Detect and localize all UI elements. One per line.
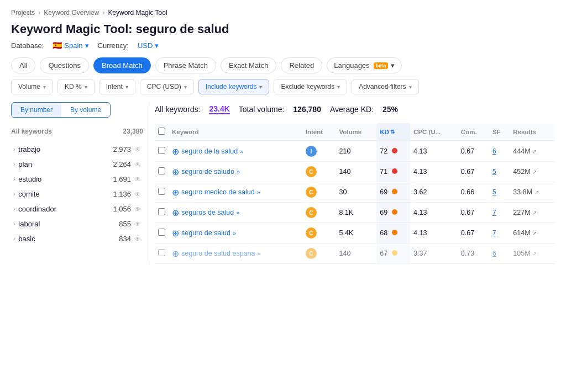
exclude-keywords-filter[interactable]: Exclude keywords ▾	[274, 79, 347, 94]
beta-badge: beta	[374, 62, 389, 69]
include-chevron-icon: ▾	[259, 84, 262, 90]
sidebar-item-estudio[interactable]: › estudio 1,691 👁	[11, 172, 143, 187]
keyword-link[interactable]: seguro de salud	[181, 229, 230, 237]
sidebar-item-comite[interactable]: › comite 1,136 👁	[11, 187, 143, 202]
td-kd: 67	[376, 243, 410, 264]
keyword-link[interactable]: seguro de saludo	[181, 168, 234, 176]
row-checkbox[interactable]	[158, 188, 165, 195]
ext-icon: ↗	[532, 251, 537, 257]
td-checkbox	[155, 182, 169, 203]
main-content: All keywords: 23.4K Total volume: 126,78…	[155, 102, 555, 264]
currency-chevron-icon: ▾	[155, 41, 159, 50]
eye-icon: 👁	[134, 176, 141, 183]
td-volume: 5.4K	[336, 223, 376, 243]
add-keyword-button[interactable]: ⊕	[172, 228, 179, 239]
row-checkbox[interactable]	[158, 167, 165, 174]
tab-exact-match[interactable]: Exact Match	[221, 57, 277, 73]
td-kd: 69	[376, 182, 410, 203]
chevron-right-icon: ›	[13, 206, 15, 212]
sidebar-item-label: estudio	[18, 175, 41, 183]
th-volume: Volume	[336, 123, 376, 141]
row-checkbox[interactable]	[158, 249, 165, 256]
sidebar-item-plan[interactable]: › plan 2,264 👁	[11, 157, 143, 172]
add-keyword-button[interactable]: ⊕	[172, 167, 179, 177]
td-volume: 30	[336, 182, 376, 203]
add-keyword-button[interactable]: ⊕	[172, 146, 179, 157]
ext-icon: ↗	[532, 169, 537, 175]
breadcrumb: Projects › Keyword Overview › Keyword Ma…	[11, 9, 555, 17]
by-volume-button[interactable]: By volume	[61, 103, 110, 117]
keyword-link[interactable]: seguro medico de salud	[181, 188, 255, 196]
th-checkbox	[155, 123, 169, 141]
volume-filter[interactable]: Volume ▾	[11, 79, 53, 94]
row-checkbox[interactable]	[158, 147, 165, 154]
languages-button[interactable]: Languages beta ▾	[327, 57, 402, 73]
cpc-filter-label: CPC (USD)	[147, 83, 181, 91]
intent-badge: C	[306, 248, 317, 259]
table-row: ⊕ seguros de salud » C 8.1K 69 4.13 0.	[155, 203, 555, 223]
breadcrumb-projects[interactable]: Projects	[11, 9, 35, 17]
sf-link[interactable]: 6	[492, 147, 496, 155]
sidebar-item-label: trabajo	[18, 145, 40, 153]
sidebar-item-trabajo[interactable]: › trabajo 2,973 👁	[11, 142, 143, 157]
keyword-link[interactable]: seguro de la salud	[181, 147, 238, 155]
tab-all[interactable]: All	[11, 57, 35, 73]
volume-filter-label: Volume	[18, 83, 40, 91]
td-com: 0.67	[458, 223, 489, 243]
sf-link[interactable]: 5	[492, 168, 496, 176]
exclude-keywords-label: Exclude keywords	[281, 83, 334, 91]
td-intent: C	[302, 223, 336, 243]
th-kd[interactable]: KD ⇅	[376, 123, 410, 141]
table-row: ⊕ seguro de saludo » C 140 71 4.13 0.6	[155, 162, 555, 182]
td-kd: 71	[376, 162, 410, 182]
row-checkbox[interactable]	[158, 208, 165, 215]
by-number-button[interactable]: By number	[12, 103, 61, 117]
add-keyword-button[interactable]: ⊕	[172, 248, 179, 259]
row-checkbox[interactable]	[158, 229, 165, 236]
sf-link[interactable]: 5	[492, 188, 496, 196]
include-keywords-label: Include keywords	[206, 83, 257, 91]
sf-link[interactable]: 7	[492, 209, 496, 216]
breadcrumb-keyword-overview[interactable]: Keyword Overview	[44, 9, 99, 17]
kd-filter[interactable]: KD % ▾	[57, 79, 95, 94]
tab-phrase-match[interactable]: Phrase Match	[155, 57, 216, 73]
sf-link[interactable]: 6	[492, 250, 496, 257]
currency-value: USD	[138, 41, 153, 50]
arrow-icon: »	[236, 209, 239, 216]
tab-broad-match[interactable]: Broad Match	[93, 57, 151, 73]
sidebar-item-basic[interactable]: › basic 834 👁	[11, 231, 143, 246]
td-volume: 210	[336, 141, 376, 162]
tab-related[interactable]: Related	[281, 57, 322, 73]
add-keyword-button[interactable]: ⊕	[172, 187, 179, 198]
advanced-filters[interactable]: Advanced filters ▾	[352, 79, 418, 94]
currency-selector[interactable]: USD ▾	[138, 41, 159, 50]
include-keywords-filter[interactable]: Include keywords ▾	[198, 79, 270, 94]
chevron-right-icon: ›	[13, 146, 15, 152]
intent-filter[interactable]: Intent ▾	[99, 79, 135, 94]
td-intent: C	[302, 182, 336, 203]
content-area: By number By volume All keywords 23,380 …	[11, 102, 555, 264]
ext-icon: ↗	[532, 210, 537, 216]
sidebar-item-count: 1,691	[113, 175, 131, 183]
kd-dot	[392, 250, 397, 256]
cpc-filter[interactable]: CPC (USD) ▾	[140, 79, 194, 94]
database-row: Database: 🇪🇸 Spain ▾ Currency: USD ▾	[11, 41, 555, 50]
eye-icon: 👁	[134, 146, 141, 153]
currency-label: Currency:	[98, 41, 129, 50]
exclude-chevron-icon: ▾	[337, 84, 340, 90]
keyword-link[interactable]: seguro de salud espana	[181, 250, 255, 257]
arrow-icon: »	[240, 148, 243, 155]
sidebar-item-laboral[interactable]: › laboral 855 👁	[11, 216, 143, 231]
tab-questions[interactable]: Questions	[40, 57, 89, 73]
database-selector[interactable]: 🇪🇸 Spain ▾	[53, 41, 88, 50]
keyword-link[interactable]: seguros de salud	[181, 209, 234, 216]
th-sf: SF	[489, 123, 510, 141]
sidebar-item-coordinador[interactable]: › coordinador 1,056 👁	[11, 202, 143, 216]
sf-link[interactable]: 7	[492, 229, 496, 237]
td-keyword: ⊕ seguro medico de salud »	[169, 182, 302, 203]
add-keyword-button[interactable]: ⊕	[172, 208, 179, 218]
kd-dot	[392, 230, 397, 235]
select-all-checkbox[interactable]	[158, 128, 165, 135]
flag-icon: 🇪🇸	[53, 41, 62, 50]
intent-badge: I	[306, 146, 317, 157]
